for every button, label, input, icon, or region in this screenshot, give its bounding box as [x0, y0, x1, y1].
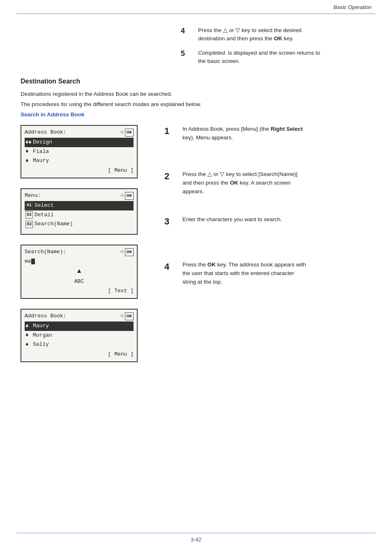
- screen4-row-morgan: ♣ Morgan: [25, 331, 134, 340]
- ok-arrow-icon: ⊹: [120, 129, 124, 136]
- screen-search-name: Search(Name): ⊹ OK ma ▲ ABC [ Text: [21, 245, 138, 299]
- cursor-block: [31, 259, 35, 264]
- ok-arrow-icon-3: ⊹: [120, 248, 124, 256]
- screen1-fiala-label: Fiala: [33, 148, 49, 156]
- main-content: 4 Press the △ or ▽ key to select the des…: [0, 14, 392, 387]
- intro-step-4-text: Press the △ or ▽ key to select the desir…: [198, 26, 302, 43]
- screen2-row-detail: 02 Detail: [25, 210, 134, 220]
- section-desc-2: The procedures for using the different s…: [21, 101, 371, 107]
- screen1-menu-label: [ Menu ]: [108, 166, 134, 175]
- screens-column: Address Book: ⊹ OK ♣♣ Design ♣ Fiala: [21, 125, 148, 362]
- screen3-header: Search(Name): ⊹ OK: [25, 248, 134, 257]
- screen4-menu-row: [ Menu ]: [25, 350, 134, 359]
- screen3-cursor-arrow: ▲: [25, 266, 134, 277]
- ok-arrow-icon-4: ⊹: [120, 312, 124, 320]
- step-1-number: 1: [164, 125, 181, 136]
- intro-step-4: 4 Press the △ or ▽ key to select the des…: [181, 26, 371, 43]
- num-icon-02: 02: [25, 211, 33, 219]
- screen3-abc-label: ABC: [74, 278, 84, 284]
- steps-column: 1 In Address Book, press [Menu] (the Rig…: [148, 125, 371, 362]
- screen2-ok-icon: ⊹ OK: [120, 192, 134, 200]
- section-desc-1: Destinations registered in the Address B…: [21, 91, 371, 97]
- screen3-ok-icon: ⊹ OK: [120, 248, 134, 257]
- screen1-row-fiala: ♣ Fiala: [25, 147, 134, 157]
- screen4-header: Address Book: ⊹ OK: [25, 312, 134, 321]
- header-title: Basic Operation: [334, 4, 372, 10]
- screen4-row-sally: ♣ Sally: [25, 340, 134, 349]
- subsection-heading: Search in Address Book: [21, 111, 371, 118]
- ok-box: OK: [125, 129, 134, 137]
- screen3-title: Search(Name):: [25, 248, 66, 257]
- screen1-menu-row: [ Menu ]: [25, 166, 134, 175]
- screen2-select-label: Select: [35, 201, 54, 210]
- screen2-title: Menu:: [25, 192, 41, 200]
- screen2-search-label: Search(Name): [35, 220, 73, 229]
- num-icon-01: 01: [25, 202, 33, 209]
- intro-steps: 4 Press the △ or ▽ key to select the des…: [181, 26, 371, 65]
- person-icon-3: ♣: [25, 322, 33, 330]
- screen2-header: Menu: ⊹ OK: [25, 192, 134, 200]
- screen2-row-search: 03 Search(Name): [25, 220, 134, 229]
- screen-menu: Menu: ⊹ OK 01 Select 02 Detail: [21, 188, 138, 235]
- person-icon-5: ♣: [25, 341, 33, 349]
- bottom-area: 3-42: [0, 533, 392, 543]
- screen1-maury-label: Maury: [33, 157, 49, 165]
- num-icon-03: 03: [25, 221, 33, 228]
- ok-box-2: OK: [125, 192, 134, 200]
- screen1-header: Address Book: ⊹ OK: [25, 128, 134, 137]
- screen1-row-maury: ♣ Maury: [25, 156, 134, 166]
- screen3-input-text: ma: [25, 258, 31, 264]
- screen3-abc-section: ABC: [25, 278, 134, 286]
- ok-arrow-icon-2: ⊹: [120, 192, 124, 200]
- step-2-number: 2: [164, 170, 181, 182]
- step-block-1: 1 In Address Book, press [Menu] (the Rig…: [164, 125, 371, 170]
- screen3-input-row: ma: [25, 257, 134, 266]
- intro-step-5: 5 Completed. is displayed and the screen…: [181, 49, 371, 66]
- screen1-design-label: Design: [33, 138, 52, 147]
- step-block-4: 4 Press the OK key. The address book app…: [164, 261, 371, 306]
- intro-step-4-number: 4: [181, 26, 196, 36]
- screen4-sally-label: Sally: [33, 340, 49, 349]
- step-4-desc: Press the OK key. The address book appea…: [182, 261, 306, 287]
- screen1-row-design: ♣♣ Design: [25, 138, 134, 147]
- screen4-ok-icon: ⊹ OK: [120, 312, 134, 321]
- person-icon-4: ♣: [25, 331, 33, 339]
- step-4-number: 4: [164, 261, 181, 272]
- screen2-detail-label: Detail: [35, 211, 54, 220]
- main-layout: Address Book: ⊹ OK ♣♣ Design ♣ Fiala: [21, 125, 371, 362]
- screen2-row-select: 01 Select: [25, 201, 134, 210]
- screen3-text-label: [ Text ]: [108, 287, 134, 296]
- person-group-icon: ♣♣: [25, 139, 33, 146]
- step-2-desc: Press the △ or ▽ key to select [Search(N…: [182, 170, 297, 196]
- step-1-desc: In Address Book, press [Menu] (the Right…: [182, 125, 303, 142]
- screen3-text-menu: [ Text ]: [25, 287, 134, 296]
- screen1-ok-icon: ⊹ OK: [120, 129, 134, 137]
- screen4-morgan-label: Morgan: [33, 331, 52, 340]
- section-heading: Destination Search: [21, 78, 371, 85]
- person-icon-1: ♣: [25, 148, 33, 155]
- ok-box-3: OK: [125, 248, 134, 257]
- screen-address-book-1: Address Book: ⊹ OK ♣♣ Design ♣ Fiala: [21, 125, 138, 178]
- screen1-title: Address Book:: [25, 128, 66, 137]
- step-block-2: 2 Press the △ or ▽ key to select [Search…: [164, 170, 371, 215]
- intro-step-5-number: 5: [181, 49, 196, 58]
- screen4-row-maury: ♣ Maury: [25, 321, 134, 331]
- step-3-desc: Enter the characters you want to search.: [182, 215, 282, 224]
- page-header: Basic Operation: [0, 0, 392, 10]
- page-number: 3-42: [0, 536, 392, 543]
- ok-box-4: OK: [125, 312, 134, 321]
- screen4-title: Address Book:: [25, 312, 66, 321]
- screen4-menu-label: [ Menu ]: [108, 350, 134, 359]
- bottom-rule: [16, 533, 376, 533]
- page-container: Basic Operation 4 Press the △ or ▽ key t…: [0, 0, 392, 555]
- person-icon-2: ♣: [25, 157, 33, 165]
- step-block-3: 3 Enter the characters you want to searc…: [164, 215, 371, 261]
- step-3-number: 3: [164, 215, 181, 227]
- screen4-maury-label: Maury: [33, 322, 49, 331]
- intro-step-5-text: Completed. is displayed and the screen r…: [198, 49, 320, 66]
- screen-address-book-2: Address Book: ⊹ OK ♣ Maury ♣ Morgan: [21, 309, 138, 362]
